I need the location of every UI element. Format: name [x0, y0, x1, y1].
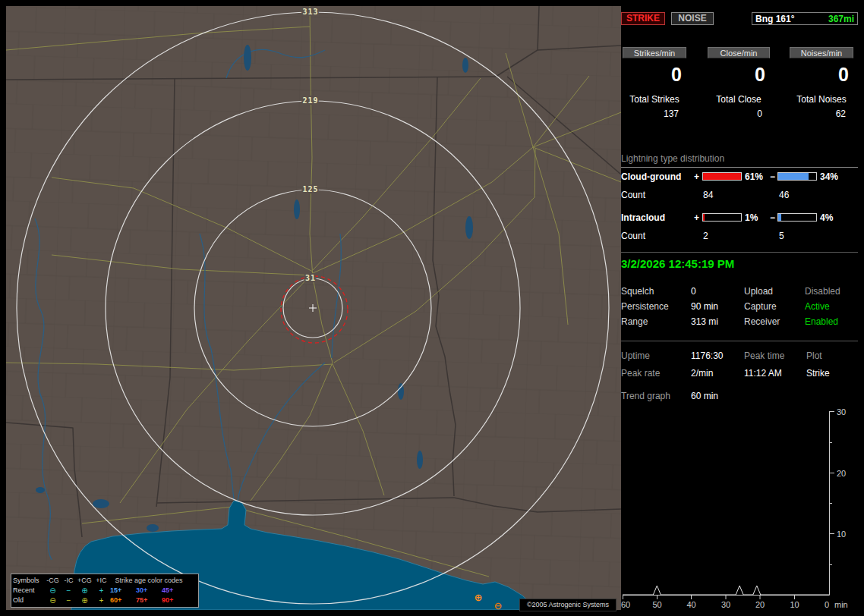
- x-tick-60: 60: [621, 600, 630, 609]
- range-label: Range: [621, 316, 648, 327]
- cg-positive-pct: 61%: [745, 171, 763, 182]
- bearing-label: Bng 161°: [755, 14, 794, 24]
- ic-negative-pct: 4%: [820, 212, 833, 223]
- ring-label-219: 219: [302, 96, 318, 105]
- peak-rate-value: 2/min: [691, 368, 713, 379]
- peak-rate-label: Peak rate: [621, 368, 660, 379]
- strike-symbol-neg-cg-icon: ⊖: [494, 600, 503, 610]
- age-90: 90+: [162, 596, 188, 605]
- ring-label-313: 313: [302, 8, 318, 16]
- legend-recent-row: Recent ⊖ − ⊕ + 15+ 30+ 45+: [13, 586, 197, 596]
- strike-symbol-pos-cg-icon: ⊕: [475, 592, 483, 603]
- legend-age-header: Strike age color codes: [110, 576, 188, 586]
- legend-symbols-header: Symbols: [13, 576, 45, 586]
- trend-axes: [623, 411, 834, 599]
- cg-negative-pct: 34%: [820, 171, 838, 182]
- copyright-badge: ©2005 Astrogenic Systems: [519, 599, 616, 611]
- ic-negative-count: 5: [779, 231, 784, 241]
- x-tick-20: 20: [755, 600, 765, 609]
- capture-label: Capture: [744, 301, 777, 312]
- cg-positive-count: 84: [703, 190, 713, 200]
- x-tick-30: 30: [721, 600, 730, 609]
- noises-rate-column: Noises/min 0 Total Noises 62: [790, 47, 853, 119]
- cg-positive-bar: [702, 172, 742, 181]
- age-15: 15+: [110, 586, 136, 596]
- persistence-value: 90 min: [691, 301, 718, 312]
- pos-cg-recent-icon: ⊕: [77, 586, 93, 596]
- squelch-value: 0: [691, 286, 696, 297]
- ic-minus-sign: −: [770, 212, 775, 223]
- x-tick-10: 10: [790, 600, 799, 609]
- neg-cg-recent-icon: ⊖: [45, 586, 61, 596]
- trend-tick-labels: 30 20 10 60 50 40 30 20 10 0 min: [621, 408, 848, 609]
- cg-count-label: Count: [621, 190, 645, 200]
- neg-cg-old-icon: ⊖: [45, 596, 61, 605]
- pos-cg-old-icon: ⊕: [77, 596, 93, 605]
- receiver-status: Enabled: [805, 316, 838, 327]
- ic-positive-count: 2: [703, 231, 708, 241]
- uptime-label: Uptime: [621, 350, 650, 361]
- age-60: 60+: [110, 596, 136, 605]
- plot-value: Strike: [806, 368, 830, 379]
- total-noises-value: 62: [790, 108, 853, 119]
- cg-negative-fill: [778, 173, 809, 180]
- cloud-ground-label: Cloud-ground: [621, 171, 681, 182]
- strikes-per-min-value: 0: [623, 64, 686, 84]
- strikes-per-min-button[interactable]: Strikes/min: [623, 47, 686, 58]
- cg-plus-sign: +: [694, 171, 699, 182]
- map-legend: Symbols -CG -IC +CG +IC Strike age color…: [11, 574, 199, 608]
- x-tick-40: 40: [686, 600, 695, 609]
- trend-window-value: 60 min: [691, 391, 718, 401]
- trend-graph: 30 20 10 60 50 40 30 20 10 0 min: [621, 408, 858, 616]
- divider: [621, 341, 858, 341]
- total-close-label: Total Close: [708, 94, 770, 105]
- trend-line: [623, 586, 829, 595]
- ring-label-31: 31: [305, 274, 316, 282]
- peak-time-label: Peak time: [744, 350, 784, 361]
- strikes-rate-column: Strikes/min 0 Total Strikes 137: [623, 47, 686, 119]
- strike-mode-button[interactable]: STRIKE: [621, 12, 665, 25]
- neg-ic-old-icon: −: [61, 596, 77, 605]
- intracloud-label: Intracloud: [621, 212, 665, 223]
- squelch-label: Squelch: [621, 286, 654, 297]
- ring-label-125: 125: [302, 185, 318, 193]
- close-rate-column: Close/min 0 Total Close 0: [708, 47, 770, 119]
- y-tick-20: 20: [837, 469, 846, 478]
- datetime-display: 3/2/2026 12:45:19 PM: [621, 257, 734, 270]
- upload-status: Disabled: [805, 286, 840, 297]
- noises-per-min-button[interactable]: Noises/min: [790, 47, 853, 58]
- x-axis-unit: min: [834, 600, 848, 609]
- lightning-map[interactable]: 31 125 219 313 ⊕ ⊖ Symbols -CG -IC +CG +…: [6, 6, 621, 610]
- total-strikes-value: 137: [623, 108, 686, 119]
- total-close-value: 0: [708, 108, 770, 119]
- noise-mode-button[interactable]: NOISE: [671, 12, 714, 25]
- close-per-min-button[interactable]: Close/min: [708, 47, 770, 58]
- y-tick-30: 30: [837, 408, 846, 416]
- pos-ic-recent-icon: +: [93, 586, 110, 596]
- ic-negative-fill: [778, 214, 781, 221]
- noises-per-min-value: 0: [790, 64, 853, 84]
- bearing-distance: 367mi: [828, 14, 854, 24]
- x-tick-0: 0: [825, 600, 829, 609]
- divider: [621, 252, 858, 253]
- neg-ic-recent-icon: −: [61, 586, 77, 596]
- age-75: 75+: [136, 596, 162, 605]
- cg-negative-count: 46: [779, 190, 789, 200]
- bearing-display: Bng 161° 367mi: [752, 12, 858, 25]
- map-canvas: 31 125 219 313 ⊕ ⊖: [6, 6, 621, 610]
- ic-plus-sign: +: [694, 212, 699, 223]
- legend-col-neg-cg: -CG: [45, 576, 61, 586]
- receiver-label: Receiver: [744, 316, 780, 327]
- cg-negative-bar: [777, 172, 817, 181]
- legend-recent-label: Recent: [13, 586, 45, 596]
- y-tick-10: 10: [837, 530, 846, 539]
- legend-old-row: Old ⊖ − ⊕ + 60+ 75+ 90+: [13, 596, 197, 605]
- cg-minus-sign: −: [770, 171, 775, 182]
- cg-positive-fill: [703, 173, 741, 180]
- x-tick-50: 50: [652, 600, 661, 609]
- distribution-title: Lightning type distribution: [621, 153, 858, 168]
- ic-count-label: Count: [621, 231, 645, 241]
- total-strikes-label: Total Strikes: [623, 94, 686, 105]
- legend-col-pos-ic: +IC: [93, 576, 110, 586]
- close-per-min-value: 0: [708, 64, 770, 84]
